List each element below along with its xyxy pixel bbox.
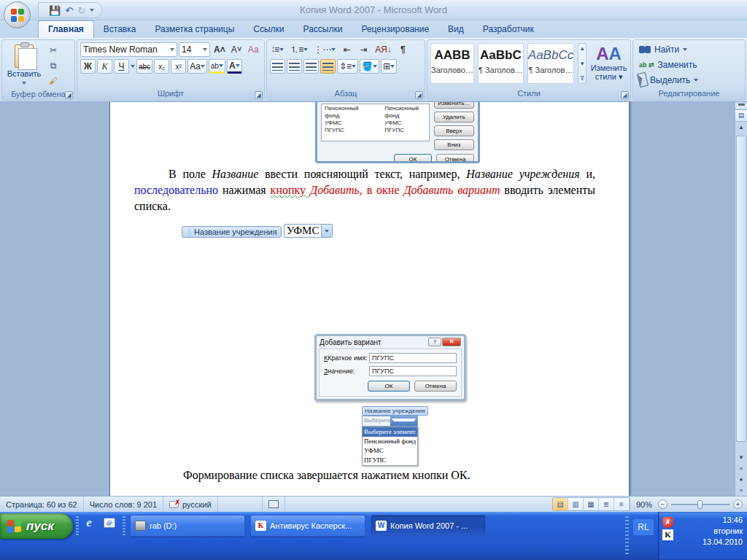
clipboard-dialog-launcher[interactable]: ◢ bbox=[65, 91, 73, 99]
align-center-button[interactable] bbox=[287, 59, 302, 74]
outline-view-button[interactable]: ≣ bbox=[599, 498, 614, 510]
cut-button[interactable]: ✂ bbox=[46, 44, 61, 57]
change-styles-button[interactable]: АА Изменить стили ▾ bbox=[590, 43, 627, 82]
dialog-up-button: Вверх bbox=[434, 125, 474, 136]
print-layout-view-button[interactable]: ▤ bbox=[553, 498, 568, 510]
increase-indent-button[interactable]: ⇥ bbox=[356, 42, 371, 57]
taskbar-button-drive[interactable]: rab (D:) bbox=[130, 515, 245, 537]
select-button[interactable]: Выделить bbox=[636, 73, 701, 87]
numbering-button[interactable]: ⒈≡ bbox=[287, 42, 310, 57]
add-dialog-ok-button: ОК bbox=[368, 381, 410, 392]
scroll-down-icon[interactable]: ▼ bbox=[735, 452, 747, 463]
style-card-2[interactable]: AaBbC ¶ Заголов… bbox=[478, 43, 524, 84]
start-button[interactable]: пуск bbox=[0, 513, 73, 539]
subscript-button[interactable]: x₂ bbox=[154, 59, 169, 74]
font-color-button[interactable]: А bbox=[227, 59, 242, 74]
taskbar-button-kaspersky[interactable]: K Антивирус Касперск... bbox=[250, 515, 365, 537]
zoom-level[interactable]: 90% bbox=[636, 500, 652, 509]
zoom-slider-thumb[interactable] bbox=[697, 500, 703, 509]
paragraph-dialog-launcher[interactable]: ◢ bbox=[415, 91, 423, 99]
language-bar[interactable]: RL bbox=[633, 519, 654, 535]
line-spacing-button[interactable]: ⇕≡ bbox=[337, 59, 358, 74]
tab-mailings[interactable]: Рассылки bbox=[294, 21, 352, 38]
show-marks-button[interactable]: ¶ bbox=[395, 42, 411, 57]
dialog-down-button: Вниз bbox=[434, 139, 474, 150]
shrink-font-button[interactable]: A˅ bbox=[229, 42, 244, 57]
align-right-button[interactable] bbox=[303, 59, 319, 74]
browse-previous-icon[interactable]: « bbox=[735, 463, 747, 474]
tab-references[interactable]: Ссылки bbox=[244, 21, 293, 38]
select-browse-object-icon[interactable]: ● bbox=[735, 474, 747, 485]
superscript-button[interactable]: x² bbox=[171, 59, 186, 74]
macro-record-button[interactable] bbox=[262, 497, 285, 512]
grow-font-button[interactable]: A˄ bbox=[212, 42, 228, 57]
dropdown-tag: Название учреждения bbox=[362, 406, 428, 416]
clock[interactable]: 13:46 вторник 13.04.2010 bbox=[678, 515, 743, 560]
fullscreen-reading-view-button[interactable]: ▥ bbox=[568, 498, 584, 510]
sort-button[interactable]: АЯ↓ bbox=[373, 42, 394, 57]
font-dialog-launcher[interactable]: ◢ bbox=[255, 91, 263, 99]
styles-scrollbar[interactable]: ▲▼⊽ bbox=[578, 43, 587, 84]
outlook-express-icon[interactable]: @ bbox=[102, 516, 117, 530]
vertical-scrollbar[interactable]: ▤ ▲ ▼ « ● » bbox=[735, 102, 747, 496]
tab-insert[interactable]: Вставка bbox=[94, 21, 146, 38]
find-button[interactable]: Найти bbox=[636, 42, 690, 56]
draft-view-button[interactable]: ≡ bbox=[614, 498, 630, 510]
decrease-indent-button[interactable]: ⇤ bbox=[339, 42, 355, 57]
web-layout-view-button[interactable]: ▦ bbox=[584, 498, 599, 510]
justify-icon bbox=[322, 63, 333, 71]
tab-developer[interactable]: Разработчик bbox=[473, 21, 543, 38]
taskbar-button-word[interactable]: W Копия Word 2007 - ... bbox=[371, 515, 486, 537]
group-styles-label: Стили bbox=[517, 89, 541, 98]
bold-button[interactable]: Ж bbox=[80, 59, 96, 74]
underline-dropdown-icon[interactable] bbox=[131, 65, 135, 70]
content-control-value[interactable]: УФМС bbox=[284, 224, 322, 238]
multilevel-list-button[interactable]: ⋮⋯ bbox=[311, 42, 338, 57]
highlight-button[interactable]: ab bbox=[209, 59, 225, 74]
style-card-1[interactable]: AABB Заголово… bbox=[430, 43, 474, 84]
browse-next-icon[interactable]: » bbox=[735, 485, 747, 496]
borders-button[interactable]: ⊞ bbox=[381, 59, 397, 74]
tab-page-layout[interactable]: Разметка страницы bbox=[145, 21, 244, 38]
proofing-status[interactable]: русский bbox=[163, 497, 217, 512]
group-font-label: Шрифт bbox=[158, 89, 184, 98]
font-family-combo[interactable]: Times New Roman bbox=[80, 42, 177, 57]
content-control[interactable]: ⋮ Название учреждения УФМС bbox=[182, 223, 333, 238]
paste-dropdown-icon[interactable] bbox=[22, 82, 26, 87]
tab-home[interactable]: Главная bbox=[38, 20, 94, 38]
split-handle[interactable] bbox=[735, 104, 747, 110]
justify-button[interactable] bbox=[320, 59, 336, 74]
word-count[interactable]: Число слов: 9 201 bbox=[84, 497, 163, 512]
page-indicator[interactable]: Страница: 60 из 62 bbox=[0, 497, 84, 512]
copy-button[interactable]: ⧉ bbox=[46, 59, 61, 72]
style-card-3[interactable]: AaBbCc ¶ Заголов… bbox=[527, 43, 574, 84]
zoom-out-button[interactable]: − bbox=[658, 499, 667, 509]
security-alert-icon[interactable]: ✗ bbox=[662, 517, 673, 528]
format-painter-button[interactable]: 🖌 bbox=[46, 74, 61, 88]
replace-button[interactable]: ab ⇄ Заменить bbox=[636, 58, 700, 71]
content-control-tag[interactable]: ⋮ Название учреждения bbox=[182, 226, 282, 238]
ruler-toggle-button[interactable]: ▤ bbox=[735, 110, 747, 122]
strikethrough-button[interactable]: abc bbox=[136, 59, 152, 74]
change-case-button[interactable]: Aa bbox=[187, 59, 207, 74]
tab-review[interactable]: Рецензирование bbox=[352, 21, 438, 38]
styles-dialog-launcher[interactable]: ◢ bbox=[621, 91, 629, 99]
help-button: ? bbox=[428, 338, 441, 346]
office-button[interactable] bbox=[4, 1, 31, 28]
content-control-dropdown[interactable] bbox=[322, 224, 333, 238]
kaspersky-tray-icon[interactable]: K bbox=[662, 529, 673, 540]
underline-button[interactable]: Ч bbox=[114, 59, 129, 74]
zoom-in-button[interactable]: + bbox=[733, 499, 743, 509]
document-page[interactable]: Пенсионный фонд УФМС ПГУПС Пенсионный фо… bbox=[109, 102, 630, 496]
scrollbar-thumb[interactable] bbox=[736, 136, 746, 442]
tab-view[interactable]: Вид bbox=[438, 21, 473, 38]
font-size-combo[interactable]: 14 bbox=[179, 42, 210, 57]
shading-button[interactable]: 🪣 bbox=[360, 59, 379, 74]
scroll-up-icon[interactable]: ▲ bbox=[735, 122, 747, 133]
clear-formatting-button[interactable]: Аа bbox=[246, 42, 261, 57]
internet-explorer-icon[interactable]: e bbox=[82, 516, 96, 530]
bullets-button[interactable]: ∶≡ bbox=[270, 42, 286, 57]
align-left-button[interactable] bbox=[270, 59, 285, 74]
italic-button[interactable]: К bbox=[97, 59, 112, 74]
paste-button[interactable]: Вставить bbox=[5, 42, 43, 88]
